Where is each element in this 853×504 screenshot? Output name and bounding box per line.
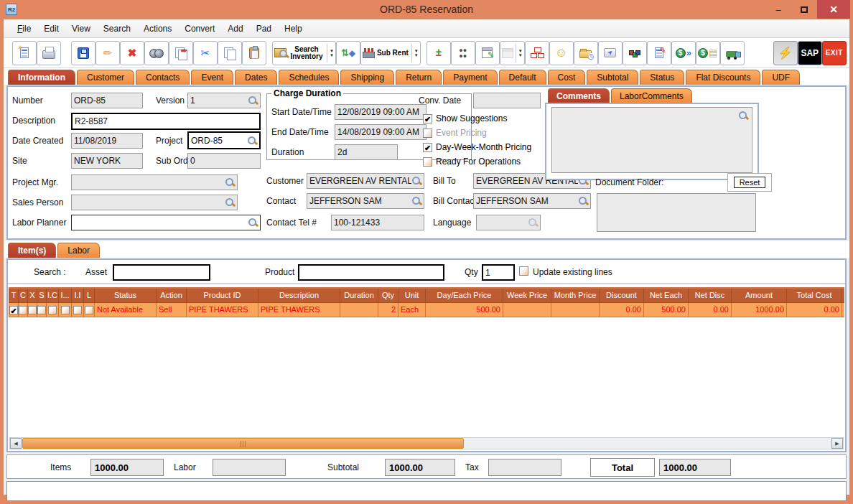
grid-col-product-id[interactable]: Product ID xyxy=(187,288,258,302)
main-tab-contacts[interactable]: Contacts xyxy=(136,70,190,85)
add-remove-lines-button[interactable]: +− xyxy=(426,41,451,65)
main-tab-customer[interactable]: Customer xyxy=(77,70,134,85)
items-tab-labor[interactable]: Labor xyxy=(57,243,100,258)
transfer-button[interactable]: ⇅◆ xyxy=(336,41,360,65)
customer-field[interactable]: EVERGREEN AV RENTALS xyxy=(307,173,424,189)
contact-lookup-icon[interactable] xyxy=(411,196,421,206)
project-lookup-icon[interactable] xyxy=(247,136,257,146)
conv-date-field[interactable] xyxy=(473,93,541,108)
project-mgr-lookup-icon[interactable] xyxy=(225,177,235,187)
edit-button[interactable]: ✏ xyxy=(95,41,120,65)
billing-notes-button[interactable]: $▤ xyxy=(696,41,720,65)
sub-rent-button[interactable]: Sub Rent▼▼ xyxy=(360,41,421,65)
menu-convert[interactable]: Convert xyxy=(178,22,221,36)
menu-help[interactable]: Help xyxy=(278,22,309,36)
scrollbar-thumb[interactable] xyxy=(22,438,464,449)
main-tab-dates[interactable]: Dates xyxy=(235,70,277,85)
grid-col-day-each-price[interactable]: Day/Each Price xyxy=(426,288,503,302)
menu-add[interactable]: Add xyxy=(221,22,249,36)
product-input[interactable] xyxy=(298,264,444,281)
labor-planner-lookup-icon[interactable] xyxy=(248,218,258,228)
exit-button[interactable]: EXIT xyxy=(822,41,847,65)
grid-col-status[interactable]: Status xyxy=(95,288,157,302)
qty-input[interactable]: 1 xyxy=(482,264,515,281)
row-checkbox[interactable] xyxy=(48,306,57,314)
main-tab-return[interactable]: Return xyxy=(396,70,442,85)
comments-tab-laborcomments[interactable]: LaborComments xyxy=(611,88,692,103)
grid-col-i-i[interactable]: I.I xyxy=(72,288,84,302)
comments-textarea[interactable] xyxy=(551,107,752,173)
resources-button[interactable]: ●●●● xyxy=(451,41,475,65)
find-button[interactable] xyxy=(144,41,169,65)
checkbox-show-suggestions[interactable]: ✔ xyxy=(423,114,432,123)
date-created-field[interactable]: 11/08/2019 xyxy=(71,133,143,149)
contact-field[interactable]: JEFFERSON SAM xyxy=(307,193,424,209)
row-checkbox[interactable] xyxy=(85,306,93,314)
checkbox-event-pricing[interactable] xyxy=(423,129,432,138)
row-checkbox[interactable] xyxy=(19,306,27,314)
checkbox-day-week-month-pricing[interactable]: ✔ xyxy=(423,143,432,152)
print-button[interactable] xyxy=(37,41,61,65)
asset-input[interactable] xyxy=(113,264,210,281)
document-folder-button[interactable]: ◷ xyxy=(574,41,598,65)
row-checkbox[interactable] xyxy=(73,306,82,314)
checkbox-ready-for-operations[interactable] xyxy=(423,157,432,167)
notes-button[interactable]: ✎ xyxy=(475,41,500,65)
grid-col-discount[interactable]: Discount xyxy=(600,288,644,302)
grid-col-description[interactable]: Description xyxy=(258,288,340,302)
grid-col-l[interactable]: L xyxy=(84,288,95,302)
bill-contact-field[interactable]: JEFFERSON SAM xyxy=(473,193,591,209)
row-checkbox[interactable] xyxy=(28,306,37,314)
description-field[interactable]: R2-8587 xyxy=(71,113,261,130)
dropdown-arrows-icon[interactable]: ▼▼ xyxy=(516,44,523,62)
copy-button[interactable] xyxy=(218,41,242,65)
customer-service-button[interactable]: ☺ xyxy=(549,41,574,65)
paste-button[interactable] xyxy=(242,41,266,65)
shortcut-key-button[interactable] xyxy=(598,41,623,65)
comments-lookup-icon[interactable] xyxy=(738,111,748,121)
invoice-forward-button[interactable]: $» xyxy=(671,41,696,65)
cut-button[interactable]: ✂ xyxy=(193,41,218,65)
grid-col-col[interactable] xyxy=(842,288,845,302)
grid-col-amount[interactable]: Amount xyxy=(732,288,787,302)
new-order-button[interactable]: ✶ xyxy=(12,41,37,65)
sales-person-field[interactable]: ▼ xyxy=(71,195,238,210)
edit-document-button[interactable]: ✎ xyxy=(647,41,671,65)
sales-person-lookup-icon[interactable] xyxy=(225,197,235,207)
grid-col-action[interactable]: Action xyxy=(157,288,187,302)
grid-col-duration[interactable]: Duration xyxy=(340,288,378,302)
version-field[interactable]: 1 xyxy=(187,93,261,108)
copy-order-button[interactable]: ➨ xyxy=(169,41,193,65)
language-lookup-icon[interactable] xyxy=(528,218,538,228)
main-tab-flat-discounts[interactable]: Flat Discounts xyxy=(686,70,760,85)
sub-orders-field[interactable]: 0 xyxy=(187,153,261,169)
order-structure-button[interactable] xyxy=(525,41,549,65)
row-checkbox[interactable]: ✔ xyxy=(9,306,18,314)
main-tab-schedules[interactable]: Schedules xyxy=(279,70,339,85)
grid-col-month-price[interactable]: Month Price xyxy=(551,288,600,302)
delete-button[interactable]: ✖ xyxy=(120,41,144,65)
main-tab-status[interactable]: Status xyxy=(640,70,684,85)
sap-button[interactable]: SAP xyxy=(798,41,822,65)
grid-col-net-disc[interactable]: Net Disc xyxy=(689,288,732,302)
main-tab-shipping[interactable]: Shipping xyxy=(340,70,394,85)
main-tab-cost[interactable]: Cost xyxy=(548,70,586,85)
reset-button[interactable]: Reset xyxy=(734,177,766,188)
document-folder-textarea[interactable] xyxy=(597,193,756,232)
search-inventory-button[interactable]: Search Inventory▼▼ xyxy=(272,41,336,65)
main-tab-default[interactable]: Default xyxy=(499,70,546,85)
grid-col-i-c[interactable]: I.C xyxy=(47,288,59,302)
duration-field[interactable]: 2d xyxy=(335,144,398,160)
language-field[interactable] xyxy=(476,215,541,230)
inventory-cubes-button[interactable] xyxy=(623,41,647,65)
row-checkbox[interactable] xyxy=(37,306,46,314)
bill-contact-lookup-icon[interactable] xyxy=(578,196,588,206)
menu-actions[interactable]: Actions xyxy=(137,22,178,36)
grid-col-s[interactable]: S xyxy=(37,288,47,302)
main-tab-event[interactable]: Event xyxy=(191,70,233,85)
grid-col-i[interactable]: I... xyxy=(59,288,72,302)
labor-planner-field[interactable] xyxy=(71,215,261,230)
customer-lookup-icon[interactable] xyxy=(411,176,421,186)
menu-file[interactable]: File xyxy=(11,22,37,36)
end-datetime-field[interactable]: 14/08/2019 09:00 AM xyxy=(335,124,426,140)
